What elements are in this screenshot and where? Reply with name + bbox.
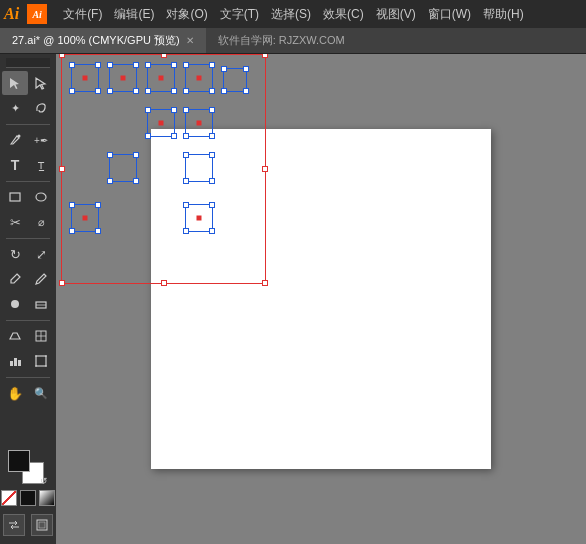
fill-indicator[interactable] [1,490,17,506]
eraser-tool[interactable] [28,292,54,316]
shape-6[interactable] [147,109,175,137]
scale-tool[interactable]: ⤢ [28,242,54,266]
s1-bl [69,88,75,94]
tool-row-rotate: ↻ ⤢ [0,242,56,266]
touch-type-tool[interactable]: T̲ [28,153,54,177]
handle-ml [59,166,65,172]
tool-divider-1 [6,124,50,125]
tool-row-magic: ✦ [0,96,56,120]
artboard [151,129,491,469]
svg-rect-11 [14,358,17,366]
knife-tool[interactable]: ⌀ [28,210,54,234]
blob-brush-tool[interactable] [2,292,28,316]
paintbrush-tool[interactable] [2,267,28,291]
handle-bl [59,280,65,286]
artboard-tool[interactable] [28,349,54,373]
handle-bm [161,280,167,286]
menu-object[interactable]: 对象(O) [160,4,213,25]
tab-website: 软件自学网: RJZXW.COM [206,29,357,52]
gradient-indicator[interactable] [39,490,55,506]
tab-label: 27.ai* @ 100% (CMYK/GPU 预览) [12,33,180,48]
rotate-tool[interactable]: ↻ [2,242,28,266]
draw-mode-icon[interactable] [31,514,53,536]
svg-rect-10 [10,361,13,366]
tool-divider-4 [6,320,50,321]
svg-marker-0 [10,78,19,89]
foreground-color-swatch[interactable] [8,450,30,472]
s1-center [83,76,88,81]
menu-edit[interactable]: 编辑(E) [108,4,160,25]
tool-row-pen: +✒ [0,128,56,152]
hand-tool[interactable]: ✋ [2,381,28,405]
add-anchor-tool[interactable]: +✒ [28,128,54,152]
app-logo: Ai [4,5,19,23]
pencil-tool[interactable] [28,267,54,291]
lasso-tool[interactable] [28,96,54,120]
menu-window[interactable]: 窗口(W) [422,4,477,25]
shape-9[interactable] [185,154,213,182]
svg-rect-19 [39,522,45,528]
menu-help[interactable]: 帮助(H) [477,4,530,25]
svg-rect-13 [36,356,46,366]
canvas-area [56,54,586,544]
selection-tool[interactable] [2,71,28,95]
ruler-indicator [6,58,50,68]
magic-wand-tool[interactable]: ✦ [2,96,28,120]
handle-tm [161,54,167,58]
type-tool[interactable]: T [2,153,28,177]
ai-icon: Ai [27,4,47,24]
menu-select[interactable]: 选择(S) [265,4,317,25]
shape-8[interactable] [109,154,137,182]
menu-effect[interactable]: 效果(C) [317,4,370,25]
tool-row-blob [0,292,56,316]
tool-row-scissors: ✂ ⌀ [0,210,56,234]
svg-point-2 [18,135,21,138]
svg-marker-1 [36,78,45,89]
shape-7[interactable] [185,109,213,137]
shape-1[interactable] [71,64,99,92]
s1-br [95,88,101,94]
reset-colors-icon[interactable]: ↺ [40,476,48,486]
perspective-tool[interactable] [2,324,28,348]
bar-chart-tool[interactable] [2,349,28,373]
menu-view[interactable]: 视图(V) [370,4,422,25]
stroke-indicator[interactable] [20,490,36,506]
tab-bar: 27.ai* @ 100% (CMYK/GPU 预览) ✕ 软件自学网: RJZ… [0,28,586,54]
tool-row-selection [0,71,56,95]
active-tab[interactable]: 27.ai* @ 100% (CMYK/GPU 预览) ✕ [0,28,206,53]
shape-11[interactable] [185,204,213,232]
tool-row-type: T T̲ [0,153,56,177]
tool-row-chart [0,349,56,373]
tool-row-brush [0,267,56,291]
handle-mr [262,166,268,172]
zoom-tool[interactable]: 🔍 [28,381,54,405]
tool-row-shape [0,185,56,209]
mesh-tool[interactable] [28,324,54,348]
s1-tl [69,62,75,68]
menu-bar: Ai Ai 文件(F) 编辑(E) 对象(O) 文字(T) 选择(S) 效果(C… [0,0,586,28]
shape-2[interactable] [109,64,137,92]
tool-divider-2 [6,181,50,182]
tab-close-button[interactable]: ✕ [186,35,194,46]
art-content [61,54,301,294]
ellipse-tool[interactable] [28,185,54,209]
rect-tool[interactable] [2,185,28,209]
shape-4[interactable] [185,64,213,92]
handle-tl [59,54,65,58]
shape-3[interactable] [147,64,175,92]
shape-10[interactable] [71,204,99,232]
handle-br [262,280,268,286]
scissors-tool[interactable]: ✂ [2,210,28,234]
tool-row-3d [0,324,56,348]
s1-tr [95,62,101,68]
shape-5[interactable] [223,68,247,92]
menu-type[interactable]: 文字(T) [214,4,265,25]
svg-point-4 [36,193,46,201]
swap-icon[interactable] [3,514,25,536]
menu-file[interactable]: 文件(F) [57,4,108,25]
pen-tool[interactable] [2,128,28,152]
color-swatches: ↺ [1,450,55,536]
tool-divider-3 [6,238,50,239]
svg-rect-12 [18,360,21,366]
direct-selection-tool[interactable] [28,71,54,95]
